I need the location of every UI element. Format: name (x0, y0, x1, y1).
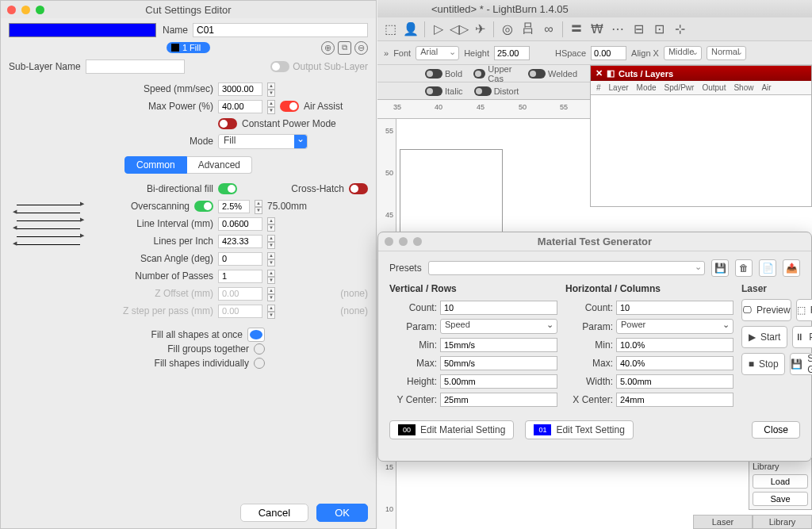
save-icon: 💾 (791, 358, 802, 370)
lpi-stepper[interactable]: ▲▼ (267, 235, 275, 248)
h-xcenter-input[interactable] (616, 393, 733, 407)
lpi-input[interactable] (218, 235, 262, 248)
font-family-select[interactable]: Arial (416, 46, 459, 60)
more-icon[interactable]: ⋯ (608, 20, 627, 39)
passes-stepper[interactable]: ▲▼ (267, 270, 275, 283)
lineinterval-stepper[interactable]: ▲▼ (267, 217, 275, 231)
welded-toggle[interactable] (528, 69, 546, 79)
overscan-pct-input[interactable] (218, 200, 250, 213)
v-min-input[interactable] (440, 338, 557, 352)
h-width-input[interactable] (616, 374, 733, 389)
duplicate-icon[interactable]: ⧉ (338, 41, 351, 55)
constant-power-toggle[interactable] (218, 118, 237, 129)
preview-button[interactable]: 🖵Preview (741, 299, 791, 321)
maxpower-stepper[interactable]: ▲▼ (267, 100, 275, 113)
align-icon[interactable]: 吕 (519, 20, 538, 39)
hspace-input[interactable] (591, 46, 626, 60)
users-icon[interactable]: 👤 (401, 20, 420, 39)
export-preset-icon[interactable]: 📤 (783, 259, 800, 277)
tab-common[interactable]: Common (124, 156, 187, 174)
distribute-icon[interactable]: ∞ (539, 20, 558, 39)
ok-button[interactable]: OK (316, 504, 368, 522)
speed-input[interactable] (218, 82, 262, 96)
lineinterval-input[interactable] (218, 217, 262, 231)
fill-groups-radio[interactable] (254, 343, 265, 355)
h-max-input[interactable] (616, 356, 733, 370)
bidir-toggle[interactable] (218, 183, 237, 194)
upper-toggle[interactable] (473, 69, 485, 79)
delete-preset-icon[interactable]: 🗑 (735, 259, 753, 277)
arrange-icon[interactable]: ⊟ (629, 20, 648, 39)
window-title: Cut Settings Editor (1, 4, 376, 16)
save-preset-icon[interactable]: 💾 (711, 259, 729, 277)
mode-select[interactable]: Fill (218, 134, 308, 149)
flip-h-icon[interactable]: ▷ (429, 20, 448, 39)
chevrons-icon[interactable]: » (384, 48, 389, 58)
sublayer-name-input[interactable] (86, 59, 185, 74)
align-top-icon[interactable]: 〓 (567, 20, 586, 39)
fill-badge-text: 1 Fill (182, 43, 201, 52)
tab-advanced[interactable]: Advanced (187, 156, 252, 174)
spacing-icon[interactable]: ₩ (588, 20, 607, 39)
library-load-button[interactable]: Load (753, 474, 808, 489)
scanangle-stepper[interactable]: ▲▼ (267, 252, 275, 266)
passes-input[interactable] (218, 270, 262, 283)
v-count-input[interactable] (440, 301, 557, 315)
h-count-input[interactable] (616, 301, 733, 315)
add-sublayer-icon[interactable]: ⊕ (321, 41, 335, 55)
panel-close-icon[interactable]: ✕ (596, 68, 603, 79)
alignx-select[interactable]: Middle (664, 46, 702, 60)
distort-toggle[interactable] (474, 86, 492, 96)
scanangle-input[interactable] (218, 252, 262, 266)
crosshatch-toggle[interactable] (349, 183, 368, 194)
footer-tab-laser[interactable]: Laser (693, 515, 753, 529)
height-input[interactable] (494, 46, 530, 60)
maxpower-input[interactable] (218, 100, 262, 113)
settings-icon[interactable]: ⊹ (670, 20, 689, 39)
air-assist-toggle[interactable] (280, 101, 299, 112)
fill-all-radio[interactable] (247, 328, 265, 342)
v-max-input[interactable] (440, 356, 557, 370)
v-height-input[interactable] (440, 374, 557, 389)
library-save-button[interactable]: Save (753, 492, 808, 506)
fill-individual-radio[interactable] (254, 358, 265, 369)
mtg-titlebar: Material Test Generator (378, 232, 811, 251)
italic-toggle[interactable] (425, 86, 442, 96)
pause-button[interactable]: ⏸Pause (792, 326, 812, 348)
start-button[interactable]: ▶Start (741, 326, 787, 348)
presets-select[interactable] (428, 261, 705, 275)
target-icon[interactable]: ◎ (498, 20, 517, 39)
v-param-select[interactable]: Speed (440, 319, 557, 334)
frame-button[interactable]: ⬚Frame (796, 299, 812, 321)
speed-stepper[interactable]: ▲▼ (267, 82, 275, 96)
edit-text-button[interactable]: 01Edit Text Setting (525, 420, 634, 439)
close-button[interactable]: Close (752, 421, 800, 439)
layer-name-input[interactable] (193, 23, 368, 37)
dock-icon[interactable]: ⊡ (649, 20, 668, 39)
v-ycenter-input[interactable] (440, 393, 557, 407)
h-min-input[interactable] (616, 338, 733, 352)
save-gcode-button[interactable]: 💾Save GCode (790, 353, 812, 375)
cut-settings-window: Cut Settings Editor Name 1 Fill ⊕ ⧉ ⊖ Su… (0, 0, 377, 529)
cancel-button[interactable]: Cancel (240, 504, 308, 522)
group-icon[interactable]: ⬚ (381, 20, 400, 39)
overscan-stepper[interactable]: ▲▼ (255, 200, 262, 213)
edit-text-badge: 01 (534, 424, 551, 435)
cuts-list[interactable] (591, 95, 811, 206)
panel-dock-icon[interactable]: ◧ (607, 68, 615, 79)
bold-toggle[interactable] (425, 69, 442, 79)
artboard (400, 149, 503, 244)
fill-badge[interactable]: 1 Fill (167, 42, 210, 53)
footer-tab-library[interactable]: Library (753, 515, 812, 529)
overscan-toggle[interactable] (194, 201, 213, 212)
h-param-select[interactable]: Power (616, 319, 733, 334)
output-sublayer-toggle[interactable] (270, 61, 289, 72)
mirror-icon[interactable]: ◁▷ (450, 20, 469, 39)
style-select[interactable]: Normal (707, 46, 746, 60)
send-icon[interactable]: ✈ (470, 20, 489, 39)
color-swatch[interactable] (9, 23, 156, 37)
stop-button[interactable]: ■Stop (741, 353, 785, 375)
edit-material-button[interactable]: 00Edit Material Setting (389, 420, 514, 439)
remove-sublayer-icon[interactable]: ⊖ (354, 41, 368, 55)
import-preset-icon[interactable]: 📄 (759, 259, 776, 277)
